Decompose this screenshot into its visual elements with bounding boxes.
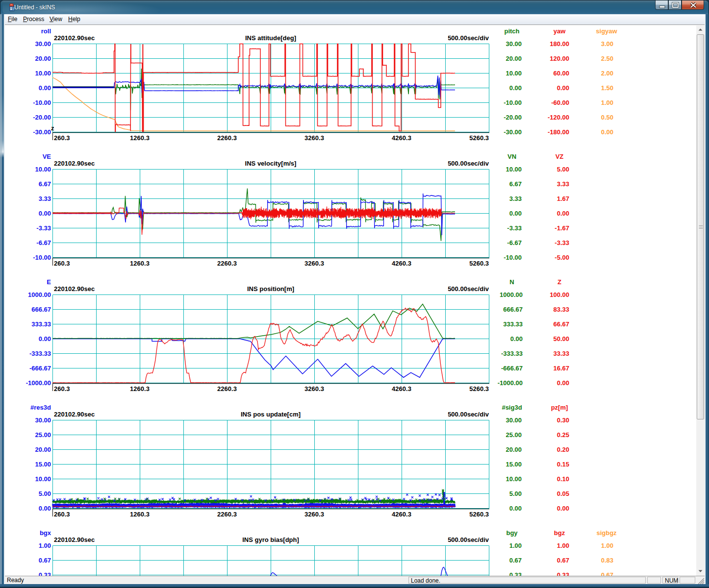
svg-text:-666.67: -666.67 xyxy=(501,365,523,372)
svg-text:30.00: 30.00 xyxy=(35,416,51,424)
svg-text:0.15: 0.15 xyxy=(557,461,569,468)
svg-text:-1.67: -1.67 xyxy=(555,224,569,232)
svg-text:3260.3: 3260.3 xyxy=(304,134,324,142)
svg-text:-60.00: -60.00 xyxy=(551,99,569,106)
svg-text:4260.3: 4260.3 xyxy=(392,260,411,267)
svg-text:6.67: 6.67 xyxy=(39,180,51,188)
svg-text:25.00: 25.00 xyxy=(35,431,51,439)
svg-text:2.50: 2.50 xyxy=(601,55,613,62)
svg-text:-30.00: -30.00 xyxy=(504,128,522,136)
svg-text:-3.33: -3.33 xyxy=(36,224,51,232)
svg-text:INS velocity[m/s]: INS velocity[m/s] xyxy=(245,160,297,167)
svg-text:2260.3: 2260.3 xyxy=(217,385,237,392)
svg-text:yaw: yaw xyxy=(554,27,566,35)
svg-text:3.33: 3.33 xyxy=(557,180,569,188)
svg-text:-20.00: -20.00 xyxy=(33,114,51,121)
svg-text:0.00: 0.00 xyxy=(557,505,569,512)
svg-text:4260.3: 4260.3 xyxy=(392,511,411,518)
svg-text:N: N xyxy=(509,278,514,286)
svg-text:10.00: 10.00 xyxy=(35,70,51,77)
svg-text:3260.3: 3260.3 xyxy=(304,511,324,518)
svg-text:INS position[m]: INS position[m] xyxy=(247,285,294,293)
svg-text:260.3: 260.3 xyxy=(54,260,70,267)
svg-text:30.00: 30.00 xyxy=(506,40,522,48)
svg-text:1.00: 1.00 xyxy=(509,542,522,549)
svg-text:5260.3: 5260.3 xyxy=(469,511,489,518)
svg-text:333.33: 333.33 xyxy=(503,320,523,328)
svg-text:500.00sec/div: 500.00sec/div xyxy=(448,34,489,42)
svg-text:0.00: 0.00 xyxy=(509,210,522,217)
svg-text:10.00: 10.00 xyxy=(506,166,522,173)
svg-text:4260.3: 4260.3 xyxy=(392,134,411,142)
svg-text:0.25: 0.25 xyxy=(557,431,569,439)
svg-text:-1000.00: -1000.00 xyxy=(26,379,51,387)
svg-text:-1000.00: -1000.00 xyxy=(498,379,523,387)
svg-text:666.67: 666.67 xyxy=(503,306,523,313)
svg-text:60.00: 60.00 xyxy=(553,70,569,77)
svg-text:-10.00: -10.00 xyxy=(504,254,522,261)
svg-text:20.00: 20.00 xyxy=(506,446,522,453)
svg-text:5260.3: 5260.3 xyxy=(469,134,489,142)
svg-text:-180.00: -180.00 xyxy=(548,128,569,136)
svg-text:0.00: 0.00 xyxy=(509,84,522,92)
svg-text:0.00: 0.00 xyxy=(557,379,569,387)
svg-text:5260.3: 5260.3 xyxy=(469,385,489,392)
svg-text:500.00sec/div: 500.00sec/div xyxy=(448,536,489,543)
svg-text:-120.00: -120.00 xyxy=(548,114,569,121)
svg-text:pitch: pitch xyxy=(504,27,519,35)
svg-text:0.00: 0.00 xyxy=(509,505,522,512)
svg-text:15.00: 15.00 xyxy=(35,461,51,468)
svg-text:5.00: 5.00 xyxy=(557,166,569,173)
svg-text:0.05: 0.05 xyxy=(557,490,569,497)
svg-text:0.83: 0.83 xyxy=(601,557,613,564)
svg-text:#res3d: #res3d xyxy=(30,404,51,411)
svg-text:4260.3: 4260.3 xyxy=(392,385,411,392)
svg-text:50.00: 50.00 xyxy=(553,335,569,343)
svg-text:3260.3: 3260.3 xyxy=(304,385,324,392)
svg-text:-3.33: -3.33 xyxy=(507,224,522,232)
svg-text:-6.67: -6.67 xyxy=(507,239,522,246)
svg-text:180.00: 180.00 xyxy=(550,40,569,48)
svg-text:260.3: 260.3 xyxy=(54,385,70,392)
svg-text:3.33: 3.33 xyxy=(509,195,522,202)
svg-text:260.3: 260.3 xyxy=(54,511,70,518)
svg-text:-333.33: -333.33 xyxy=(29,350,51,357)
svg-text:-3.33: -3.33 xyxy=(555,239,569,246)
svg-text:1.00: 1.00 xyxy=(601,542,613,549)
svg-text:20.00: 20.00 xyxy=(35,55,51,62)
svg-text:0.67: 0.67 xyxy=(557,557,569,564)
svg-text:-10.00: -10.00 xyxy=(504,99,522,106)
svg-text:1.00: 1.00 xyxy=(39,542,51,549)
svg-text:1260.3: 1260.3 xyxy=(130,134,150,142)
svg-text:#sig3d: #sig3d xyxy=(502,404,522,411)
svg-text:10.00: 10.00 xyxy=(35,166,51,173)
svg-text:1000.00: 1000.00 xyxy=(500,291,523,298)
svg-text:0.67: 0.67 xyxy=(509,557,522,564)
svg-text:0.00: 0.00 xyxy=(39,84,51,92)
svg-text:83.33: 83.33 xyxy=(553,306,569,313)
svg-text:20.00: 20.00 xyxy=(35,446,51,453)
svg-text:2260.3: 2260.3 xyxy=(217,511,237,518)
svg-text:0.67: 0.67 xyxy=(39,557,51,564)
svg-text:0.30: 0.30 xyxy=(557,416,569,424)
svg-text:500.00sec/div: 500.00sec/div xyxy=(448,285,489,293)
svg-text:1.67: 1.67 xyxy=(557,195,569,202)
svg-text:-5.00: -5.00 xyxy=(555,254,569,261)
svg-text:3260.3: 3260.3 xyxy=(304,260,324,267)
svg-text:10.00: 10.00 xyxy=(506,475,522,483)
svg-text:220102.90sec: 220102.90sec xyxy=(54,536,95,543)
svg-text:500.00sec/div: 500.00sec/div xyxy=(448,411,489,418)
svg-text:220102.90sec: 220102.90sec xyxy=(54,34,95,42)
svg-text:0.00: 0.00 xyxy=(39,505,51,512)
svg-text:sigbgz: sigbgz xyxy=(596,529,617,537)
svg-text:bgz: bgz xyxy=(554,529,565,537)
svg-text:1260.3: 1260.3 xyxy=(130,260,150,267)
svg-text:1.00: 1.00 xyxy=(557,542,569,549)
svg-text:VN: VN xyxy=(507,153,516,160)
svg-text:16.67: 16.67 xyxy=(553,365,569,372)
svg-text:VZ: VZ xyxy=(556,153,564,160)
svg-text:sigyaw: sigyaw xyxy=(596,27,617,35)
svg-text:bgx: bgx xyxy=(40,529,51,537)
svg-text:INS pos update[cm]: INS pos update[cm] xyxy=(241,411,301,418)
svg-text:0.00: 0.00 xyxy=(557,84,569,92)
